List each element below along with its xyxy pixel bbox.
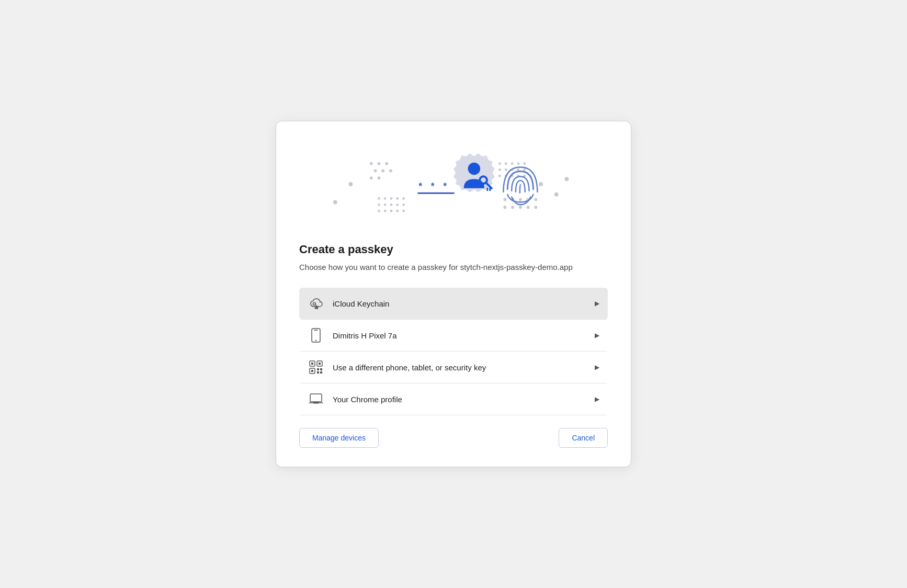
qr-icon [308,359,324,376]
svg-point-41 [554,192,559,196]
hero-illustration: * * * [299,142,608,226]
svg-text:* * *: * * * [418,181,450,191]
option-chrome-profile[interactable]: Your Chrome profile ▶ [299,383,608,415]
svg-point-8 [348,182,353,186]
svg-point-51 [527,206,530,209]
svg-point-43 [503,198,506,201]
svg-rect-76 [317,368,319,370]
svg-rect-78 [317,371,319,374]
svg-point-49 [511,206,514,209]
svg-point-1 [377,162,380,165]
svg-rect-77 [320,368,322,370]
svg-point-14 [402,197,405,200]
svg-point-5 [389,169,392,172]
svg-point-17 [390,203,393,206]
cloud-key-icon [308,295,324,312]
svg-point-19 [402,203,405,206]
phone-icon [308,327,324,344]
svg-point-16 [384,203,387,206]
svg-point-22 [390,209,393,212]
svg-point-0 [370,162,373,165]
svg-point-30 [498,168,501,171]
svg-rect-80 [310,394,322,402]
option-pixel-device[interactable]: Dimitris H Pixel 7a ▶ [299,320,608,351]
svg-point-21 [384,209,387,212]
cancel-button[interactable]: Cancel [559,428,608,448]
option-pixel-arrow: ▶ [595,332,599,339]
svg-rect-71 [311,363,313,365]
svg-point-7 [377,176,380,179]
option-icloud-keychain-label: iCloud Keychain [333,299,586,308]
svg-point-55 [468,162,481,175]
svg-point-20 [378,209,380,212]
dialog-subtitle: Choose how you want to create a passkey … [299,262,608,274]
svg-point-45 [519,198,522,201]
svg-point-52 [534,206,537,209]
svg-point-42 [564,177,569,181]
svg-point-31 [505,168,507,171]
svg-point-6 [370,176,373,179]
option-different-device-label: Use a different phone, tablet, or securi… [333,363,586,372]
svg-point-2 [385,162,388,165]
svg-point-13 [396,197,399,200]
svg-point-28 [517,162,519,165]
svg-rect-75 [311,370,313,372]
option-different-device[interactable]: Use a different phone, tablet, or securi… [299,352,608,383]
svg-point-3 [374,169,377,172]
svg-point-25 [498,162,501,165]
svg-point-29 [523,162,526,165]
passkey-dialog: * * * [276,121,631,468]
svg-rect-73 [319,363,321,365]
option-chrome-profile-arrow: ▶ [595,395,599,403]
svg-point-15 [378,203,380,206]
svg-point-4 [381,169,384,172]
svg-point-40 [539,182,543,186]
svg-point-12 [390,197,393,200]
option-icloud-keychain-arrow: ▶ [595,300,599,307]
svg-point-27 [511,162,514,165]
svg-point-23 [396,209,399,212]
dialog-title: Create a passkey [299,243,608,256]
svg-point-48 [503,206,506,209]
dialog-footer: Manage devices Cancel [299,415,608,448]
option-pixel-label: Dimitris H Pixel 7a [333,331,586,340]
svg-point-35 [498,175,501,177]
svg-point-50 [519,206,522,209]
svg-point-47 [534,198,537,201]
svg-point-11 [384,197,387,200]
svg-rect-79 [320,371,322,374]
svg-rect-54 [417,192,455,194]
svg-point-68 [315,340,316,341]
svg-point-18 [396,203,399,206]
option-icloud-keychain[interactable]: iCloud Keychain ▶ [299,288,608,319]
svg-point-34 [523,168,526,171]
svg-point-26 [505,162,507,165]
manage-devices-button[interactable]: Manage devices [299,428,379,448]
svg-point-9 [333,200,337,204]
options-list: iCloud Keychain ▶ Dimitris H Pixel 7a ▶ [299,288,608,415]
svg-point-10 [378,197,380,200]
option-chrome-profile-label: Your Chrome profile [333,395,586,404]
laptop-icon [308,391,324,408]
hero-svg: * * * [299,142,608,226]
svg-point-24 [402,209,405,212]
option-different-device-arrow: ▶ [595,364,599,371]
svg-point-63 [313,303,316,306]
